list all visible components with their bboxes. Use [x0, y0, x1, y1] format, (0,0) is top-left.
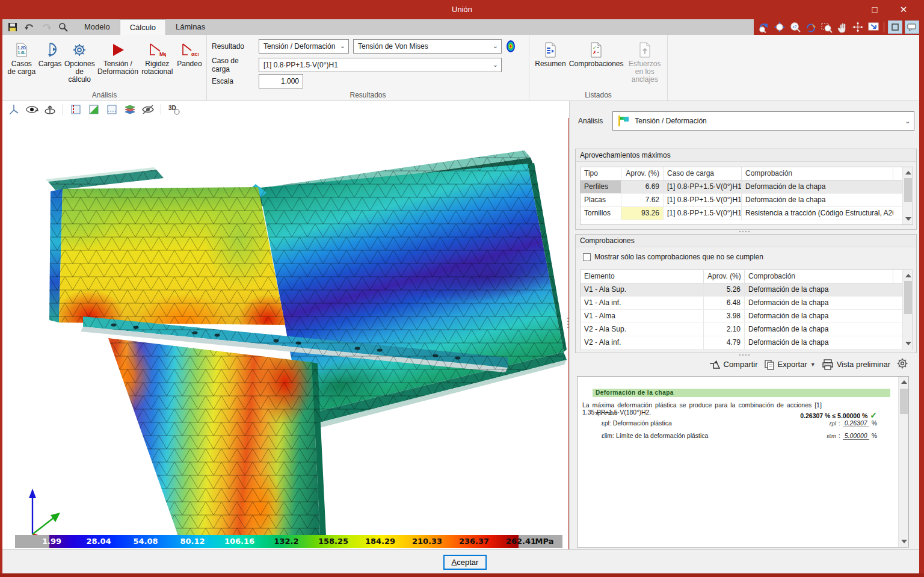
- undo-button[interactable]: [23, 20, 36, 34]
- save-button[interactable]: [6, 20, 19, 34]
- table-row[interactable]: V1 - Alma 3.98 Deformación de la chapa: [581, 310, 913, 323]
- share-button[interactable]: Compartir: [709, 359, 758, 370]
- zoom-previous-icon[interactable]: [757, 20, 771, 34]
- window-title: Unión: [0, 5, 924, 14]
- scroll-thumb[interactable]: [900, 389, 908, 414]
- scroll-down-icon[interactable]: [901, 540, 907, 543]
- caso-de-carga-label: Caso de carga: [212, 57, 259, 73]
- pandeo-button[interactable]: αcr Pandeo: [176, 39, 203, 84]
- hide-elements-icon[interactable]: [141, 103, 155, 116]
- table-row[interactable]: V1 - Ala Sup. 5.26 Deformación de la cha…: [581, 283, 913, 297]
- report-settings-button[interactable]: [896, 357, 908, 371]
- resultado-componente-select[interactable]: Tensión de Von Mises ⌄: [353, 39, 502, 54]
- max-usage-table[interactable]: Tipo Aprov. (%) Caso de carga Comprobaci…: [580, 167, 913, 225]
- wireframe-box-icon[interactable]: [105, 103, 119, 116]
- layers-icon[interactable]: [123, 103, 137, 116]
- column-header[interactable]: Aprov. (%): [621, 167, 664, 180]
- filter-checkbox-label: Mostrar sólo las comprobaciones que no s…: [594, 253, 763, 261]
- axes-icon[interactable]: [7, 103, 20, 116]
- table-row[interactable]: V2 - Ala inf. 4.79 Deformación de la cha…: [581, 336, 913, 350]
- detach-view-icon[interactable]: [867, 20, 880, 34]
- comprobaciones-button[interactable]: ✓✗ Comprobaciones: [569, 39, 624, 84]
- column-header[interactable]: Comprobación: [745, 270, 893, 283]
- scroll-down-icon[interactable]: [905, 342, 911, 345]
- tab-calculo[interactable]: Cálculo: [120, 19, 166, 35]
- results-panel: Análisis Tensión / Deformación ⌄ Aprovec…: [569, 101, 919, 549]
- redo-button[interactable]: [40, 20, 53, 34]
- scrollbar[interactable]: [902, 270, 913, 349]
- splitter-handle[interactable]: [570, 354, 919, 356]
- column-header[interactable]: Tipo: [581, 167, 621, 180]
- checks-table[interactable]: Elemento Aprov. (%) Comprobación V1 - Al…: [580, 270, 913, 350]
- scroll-down-icon[interactable]: [905, 217, 911, 221]
- color-map-icon[interactable]: [506, 40, 516, 53]
- zoom-extents-icon[interactable]: [773, 20, 786, 34]
- scrollbar[interactable]: [902, 167, 913, 224]
- table-row[interactable]: Tornillos 93.26 [1] 0.8·PP+1.5·V(0°)H1 R…: [581, 207, 913, 220]
- orbit-icon[interactable]: [851, 20, 864, 34]
- table-row[interactable]: Placas 7.62 [1] 0.8·PP+1.5·V(0°)H1 Defor…: [581, 194, 913, 207]
- chevron-down-icon: ⌄: [493, 42, 498, 50]
- export-button[interactable]: Exportar ▼: [764, 359, 816, 370]
- toolbar-separator: [161, 104, 161, 115]
- scrollbar[interactable]: [898, 377, 908, 547]
- zoom-window-icon[interactable]: [820, 20, 833, 34]
- tab-row: Modelo Cálculo Láminas: [2, 19, 754, 35]
- shading-icon[interactable]: [87, 103, 100, 116]
- scroll-up-icon[interactable]: [901, 380, 907, 384]
- column-header[interactable]: Caso de carga: [664, 167, 742, 180]
- resultado-label: Resultado: [212, 42, 259, 51]
- scroll-thumb[interactable]: [904, 178, 912, 202]
- report-actions: Compartir Exportar ▼ Vista preliminar: [709, 357, 909, 371]
- tab-modelo[interactable]: Modelo: [75, 19, 120, 35]
- footer-bar: Aceptar: [2, 549, 919, 573]
- table-row[interactable]: V1 - Ala inf. 6.48 Deformación de la cha…: [581, 297, 913, 310]
- escala-input[interactable]: [259, 74, 303, 88]
- model-3d-viewport[interactable]: [2, 118, 568, 549]
- orbit-view-icon[interactable]: [25, 103, 38, 116]
- analysis-select[interactable]: Tensión / Deformación ⌄: [612, 111, 914, 131]
- scroll-up-icon[interactable]: [905, 171, 911, 174]
- cargas-button[interactable]: Cargas: [38, 39, 62, 84]
- tension-deformacion-button[interactable]: Tensión / Deformación: [97, 39, 138, 84]
- scale-tick: 184.29: [365, 537, 395, 546]
- rigidez-rotacional-button[interactable]: Mφ Rigidez rotacional: [141, 39, 174, 84]
- table-row[interactable]: V2 - Ala Sup. 2.10 Deformación de la cha…: [581, 323, 913, 336]
- scale-tick: 210.33: [412, 537, 442, 546]
- scroll-up-icon[interactable]: [905, 274, 911, 277]
- section-cut-icon[interactable]: [69, 103, 82, 116]
- column-header[interactable]: Aprov. (%): [704, 270, 745, 283]
- accept-button[interactable]: Aceptar: [443, 555, 487, 570]
- splitter-handle[interactable]: [570, 231, 919, 232]
- preview-button[interactable]: Vista preliminar: [822, 359, 890, 370]
- ribbon-group-analisis: 1.2D1.6L Casos de carga Cargas Opciones …: [2, 35, 207, 100]
- gear-icon: [71, 40, 88, 60]
- redraw-icon[interactable]: [804, 20, 818, 34]
- casos-de-carga-button[interactable]: 1.2D1.6L Casos de carga: [7, 39, 36, 84]
- frame-toggle[interactable]: [888, 20, 902, 34]
- tab-laminas[interactable]: Láminas: [166, 19, 215, 35]
- column-header[interactable]: Comprobación: [742, 167, 893, 180]
- column-header[interactable]: Elemento: [581, 270, 704, 283]
- view-3d-icon[interactable]: 3D: [167, 103, 180, 116]
- resumen-button[interactable]: Resumen: [534, 39, 567, 84]
- opciones-calculo-button[interactable]: Opciones de cálculo: [64, 39, 95, 84]
- search-button[interactable]: [57, 20, 70, 34]
- table-row[interactable]: Perfiles 6.69 [1] 0.8·PP+1.5·V(0°)H1 Def…: [581, 181, 913, 194]
- close-button[interactable]: ✕: [894, 3, 913, 16]
- zoom-scale-icon[interactable]: x2: [789, 20, 802, 34]
- spin-view-icon[interactable]: [43, 103, 57, 116]
- maximize-button[interactable]: □: [865, 3, 884, 16]
- caso-de-carga-select[interactable]: [1] 0.8·PP+1.5·V(0°)H1 ⌄: [259, 58, 502, 72]
- filter-checkbox[interactable]: [583, 253, 591, 261]
- quick-access-toolbar: [6, 20, 70, 34]
- pan-icon[interactable]: [836, 20, 849, 34]
- scroll-thumb[interactable]: [904, 281, 912, 314]
- viewport-toolbar: 3D: [2, 101, 569, 118]
- window-border: [0, 19, 2, 577]
- comment-toggle[interactable]: [905, 20, 919, 34]
- chevron-down-icon: ⌄: [905, 117, 910, 125]
- scale-tick: 80.12: [180, 537, 205, 546]
- dropdown-arrow-icon: ▼: [810, 362, 816, 368]
- resultado-select[interactable]: Tensión / Deformación ⌄: [259, 39, 349, 54]
